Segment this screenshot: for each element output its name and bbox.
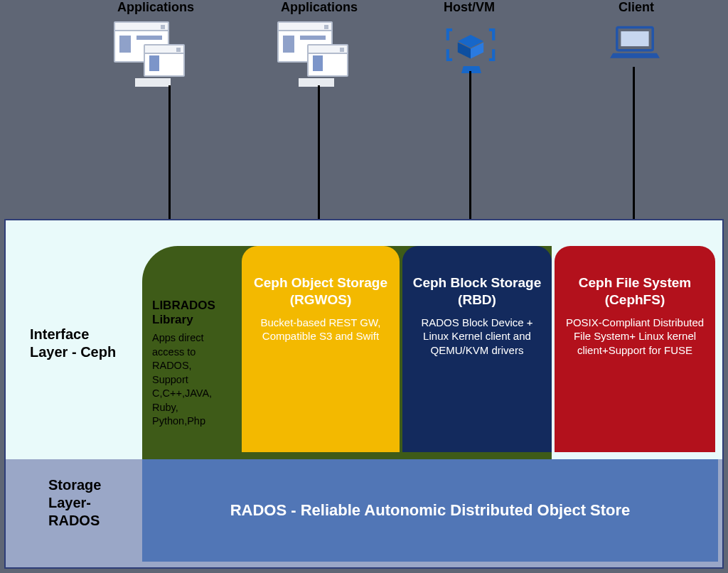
rbd-block: Ceph Block Storage (RBD) RADOS Block Dev… — [402, 246, 552, 452]
layers-frame: Interface Layer - Ceph Storage Layer- RA… — [4, 219, 724, 569]
client-label-app1: Applications — [117, 0, 194, 15]
rgw-title: Ceph Object Storage (RGWOS) — [252, 274, 390, 309]
client-label-pc: Client — [619, 0, 654, 15]
applications-icon — [277, 21, 355, 82]
rados-layer: RADOS - Reliable Autonomic Distributed O… — [142, 459, 718, 562]
rgw-desc: Bucket-based REST GW, Compatible S3 and … — [252, 316, 390, 343]
interface-layer-label: Interface Layer - Ceph — [30, 326, 129, 361]
client-label-vm: Host/VM — [444, 0, 495, 15]
cephfs-block: Ceph File System (CephFS) POSIX-Complian… — [555, 246, 715, 452]
applications-icon — [114, 21, 192, 82]
rbd-desc: RADOS Block Device + Linux Kernel client… — [412, 316, 542, 358]
cephfs-title: Ceph File System (CephFS) — [564, 274, 705, 309]
librados-desc: Apps direct access to RADOS, Support C,C… — [152, 331, 230, 429]
svg-rect-1 — [621, 31, 648, 46]
rgw-block: Ceph Object Storage (RGWOS) Bucket-based… — [242, 246, 400, 452]
storage-layer-label: Storage Layer- RADOS — [48, 476, 134, 530]
host-vm-icon — [446, 21, 496, 64]
librados-title: LIBRADOS Library — [152, 299, 232, 328]
client-label-app2: Applications — [281, 0, 358, 15]
client-laptop-icon — [610, 21, 660, 60]
rbd-title: Ceph Block Storage (RBD) — [412, 274, 542, 309]
rados-label: RADOS - Reliable Autonomic Distributed O… — [230, 501, 631, 520]
cephfs-desc: POSIX-Compliant Distributed File System+… — [564, 316, 705, 358]
